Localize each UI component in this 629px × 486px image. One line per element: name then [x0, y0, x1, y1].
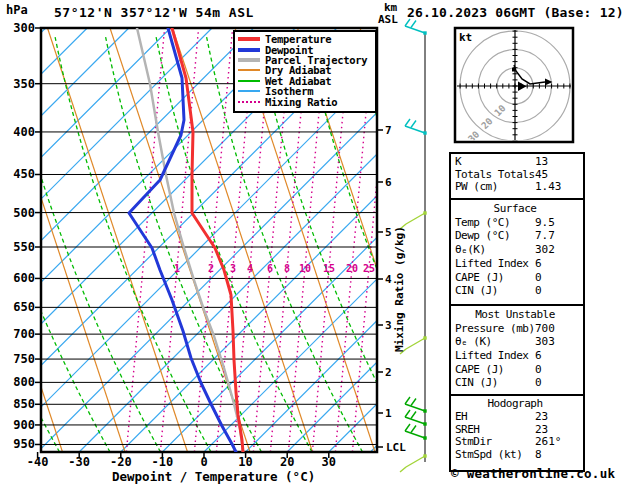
stats-row: CIN (J)0	[455, 376, 583, 390]
stats-row: Lifted Index6	[455, 257, 583, 271]
stats-row-label: θₑ (K)	[455, 335, 492, 348]
stats-row: PW (cm)1.43	[455, 181, 583, 194]
stats-row-value: 700	[535, 322, 555, 336]
stats-row: CAPE (J)0	[455, 363, 583, 377]
stats-row: Temp (°C)9.5	[455, 216, 583, 230]
stats-row-label: CIN (J)	[455, 284, 498, 297]
stats-row-label: Pressure (mb)	[455, 322, 535, 335]
hodograph-unit-label: kt	[459, 31, 472, 44]
station-title: 57°12'N 357°12'W 54m ASL	[54, 5, 254, 20]
mixing-ratio-value-label: 3	[230, 263, 236, 274]
stats-row-label: Lifted Index	[455, 257, 528, 270]
hodograph-panel: HodographEH23SREH23StmDir261°StmSpd (kt)…	[449, 394, 585, 472]
stats-row-value: 0	[535, 271, 542, 285]
pressure-axis-unit: hPa	[6, 3, 28, 17]
stats-row: CAPE (J)0	[455, 271, 583, 285]
legend-line-sample-icon	[238, 69, 260, 71]
altitude-tick-label: 2	[385, 366, 392, 379]
altitude-tick-label: 1	[385, 407, 392, 420]
temperature-tick-label: 30	[308, 455, 350, 469]
stats-row: CIN (J)0	[455, 284, 583, 298]
stats-row-label: CAPE (J)	[455, 271, 504, 284]
temperature-tick-label: 20	[266, 455, 308, 469]
stats-row: StmSpd (kt)8	[455, 449, 583, 462]
legend-item: Mixing Ratio	[238, 96, 375, 106]
mixing-ratio-value-label: 6	[267, 263, 273, 274]
temperature-tick-label: -30	[58, 455, 100, 469]
temperature-tick-label: 0	[183, 455, 225, 469]
stats-panel-title: Most Unstable	[455, 308, 583, 322]
stats-row-label: K	[455, 155, 461, 168]
wind-barb-icon	[405, 19, 427, 35]
stats-row-label: SREH	[455, 423, 480, 436]
pressure-tick-label: 550	[5, 240, 35, 254]
stats-row: Pressure (mb)700	[455, 322, 583, 336]
pressure-tick-label: 300	[5, 21, 35, 35]
stats-row-value: 13	[535, 156, 548, 169]
stats-row-label: StmSpd (kt)	[455, 448, 522, 461]
stats-row-value: 302	[535, 243, 555, 257]
pressure-tick-label: 950	[5, 437, 35, 451]
stats-row-value: 23	[535, 411, 548, 424]
pressure-tick-label: 900	[5, 418, 35, 432]
mixing-ratio-value-label: 1	[174, 263, 180, 274]
datetime-title: 26.10.2023 06GMT (Base: 12)	[407, 5, 624, 20]
wind-barb-icon	[405, 424, 427, 440]
mixing-ratio-value-label: 4	[247, 263, 253, 274]
temperature-tick-label: -20	[100, 455, 142, 469]
temperature-tick-label: 10	[225, 455, 267, 469]
stats-row-label: EH	[455, 410, 467, 423]
stats-row-label: PW (cm)	[455, 180, 498, 193]
stats-row-value: 0	[535, 376, 542, 390]
pressure-tick-label: 650	[5, 300, 35, 314]
mixing-ratio-value-label: 8	[284, 263, 290, 274]
legend-line-sample-icon	[238, 80, 260, 82]
legend-line-sample-icon	[238, 48, 260, 52]
altitude-tick-label: 5	[385, 226, 392, 239]
legend-item-label: Mixing Ratio	[265, 96, 337, 108]
mixing-ratio-axis-label: Mixing Ratio (g/kg)	[393, 226, 406, 352]
stats-row-label: CIN (J)	[455, 376, 498, 389]
pressure-tick-label: 850	[5, 397, 35, 411]
pressure-tick-label: 500	[5, 206, 35, 220]
most-unstable-panel: Most UnstablePressure (mb)700θₑ (K)303Li…	[449, 304, 585, 400]
mixing-ratio-value-label: 2	[208, 263, 214, 274]
altitude-tick-label: 7	[385, 124, 392, 137]
mixing-ratio-value-label: 25	[363, 263, 375, 274]
stats-row-value: 0	[535, 284, 542, 298]
wind-barb-icon	[405, 119, 427, 135]
pressure-tick-label: 750	[5, 352, 35, 366]
stats-row: θₑ (K)303	[455, 335, 583, 349]
wind-barb-icon	[400, 454, 427, 472]
copyright: © weatheronline.co.uk	[451, 466, 615, 481]
stats-row-label: θₑ(K)	[455, 243, 486, 256]
legend-line-sample-icon	[238, 90, 260, 92]
stats-row-label: Lifted Index	[455, 349, 528, 362]
temperature-axis-label: Dewpoint / Temperature (°C)	[112, 469, 315, 484]
stats-row-value: 6	[535, 257, 542, 271]
stats-row-label: CAPE (J)	[455, 363, 504, 376]
surface-panel: SurfaceTemp (°C)9.5Dewp (°C)7.7θₑ(K)302L…	[449, 198, 585, 308]
stats-row-value: 303	[535, 335, 555, 349]
pressure-tick-label: 600	[5, 271, 35, 285]
stats-panel-title: Hodograph	[455, 398, 583, 411]
stats-row-value: 8	[535, 449, 542, 462]
pressure-tick-label: 700	[5, 327, 35, 341]
stats-row-label: Dewp (°C)	[455, 229, 510, 242]
temperature-tick-label: -40	[17, 455, 59, 469]
stats-row: Lifted Index6	[455, 349, 583, 363]
pressure-tick-label: 350	[5, 77, 35, 91]
mixing-ratio-value-label: 20	[346, 263, 358, 274]
stats-row-label: StmDir	[455, 435, 492, 448]
wind-barb-icon	[405, 397, 427, 413]
stats-row-label: Temp (°C)	[455, 216, 510, 229]
legend-line-sample-icon	[238, 101, 260, 103]
indices-panel: K13Totals Totals45PW (cm)1.43	[449, 152, 585, 204]
legend-line-sample-icon	[238, 37, 260, 41]
stats-row-value: 1.43	[535, 181, 562, 194]
legend-line-sample-icon	[238, 58, 260, 62]
stats-row-value: 7.7	[535, 229, 555, 243]
stats-row: θₑ(K)302	[455, 243, 583, 257]
legend: TemperatureDewpointParcel TrajectoryDry …	[233, 30, 377, 113]
mixing-ratio-value-label: 15	[323, 263, 335, 274]
